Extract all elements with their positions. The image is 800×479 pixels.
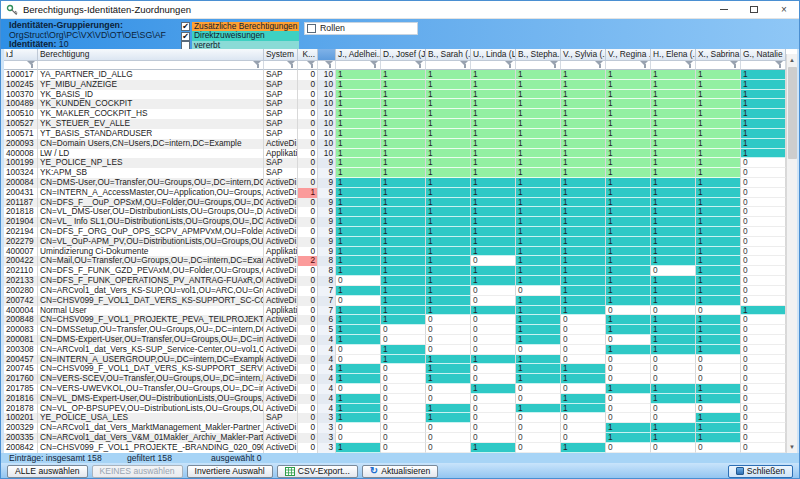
cell-assignment-direct-assignment: 1 (651, 325, 696, 335)
scroll-up-icon[interactable]: ▲ (787, 54, 797, 66)
filter-input[interactable] (606, 61, 651, 70)
table-row[interactable]: 100527YK_STEUER_EV_ALLESAP0101111111111 (4, 119, 797, 129)
table-row[interactable]: 200081CN=DMS-Expert-User,OU=Transfer,OU=… (4, 335, 797, 345)
close-icon[interactable]: × (769, 1, 799, 18)
scrollbar-thumb[interactable] (788, 67, 797, 159)
filter-input[interactable] (561, 61, 606, 70)
column-header-person-6[interactable]: V., Regina ... (606, 49, 651, 61)
table-row[interactable]: 202110CN=DFS_F_FUNK_GZD_PEVAxM,OU=Folder… (4, 266, 797, 276)
cell-assignment-via-role: 1 (651, 90, 696, 100)
table-row[interactable]: 200093CN=Domain Users,CN=Users,DC=intern… (4, 139, 797, 149)
close-dialog-button[interactable]: Schließen (728, 465, 793, 478)
table-row[interactable]: 200083CN=DMSSetup,OU=Transfer,OU=Groups,… (4, 325, 797, 335)
minimize-icon[interactable] (709, 1, 739, 18)
column-header-count-sorted[interactable] (318, 49, 336, 61)
table-row[interactable]: 201878CN=VL_OP-BPSUPEV,OU=DistributionLi… (4, 404, 797, 414)
table-row[interactable]: 200742CN=CHSV099_F_VOL1_DAT_VERS_KS-SUPP… (4, 296, 797, 306)
table-row[interactable]: 100489YK_KUNDEN_COCKPITSAP0101111111111 (4, 99, 797, 109)
table-row[interactable]: 202133CN=DFS_F_FUNK_OPERATIONS_PV_ANTRAG… (4, 276, 797, 286)
table-row[interactable]: 202194CN=DFS_F_ORG_OuP_OPS_SCPV_APMPVxM,… (4, 227, 797, 237)
table-row[interactable]: 201904CN=VL_ Info SL1,OU=DistributionLis… (4, 217, 797, 227)
column-header-person-1[interactable]: D., Josef (J... (381, 49, 426, 61)
table-row[interactable]: 200457CN=INTERN_A_USERGROUP,OU=,DC=inter… (4, 355, 797, 365)
cell-assignment-direct-assignment: 1 (741, 149, 786, 159)
invert-selection-button[interactable]: Invertiere Auswahl (187, 465, 273, 478)
column-header-person-3[interactable]: U., Linda (L... (471, 49, 516, 61)
column-header-berechtigung[interactable]: Berechtigung (38, 49, 264, 61)
table-row[interactable]: 400007Umindizierung Ci-DokumenteApplikat… (4, 247, 797, 257)
table-row[interactable]: 100510YK_MAKLER_COCKPIT_HSSAP01011111111… (4, 109, 797, 119)
cell-system: ActiveDi... (264, 276, 298, 286)
cell-assignment-direct-assignment: 1 (471, 276, 516, 286)
table-row[interactable]: 100245YF_MIBU_ANZEIGESAP0101111111111 (4, 80, 797, 90)
cell-assignment-via-role: 1 (606, 99, 651, 109)
filter-input[interactable] (38, 61, 264, 70)
column-header-person-0[interactable]: J., Adelhei... (336, 49, 381, 61)
maximize-icon[interactable] (739, 1, 769, 18)
filter-input[interactable] (696, 61, 741, 70)
table-row[interactable]: 201816CN=VL_DMS-Expert-User,OU=Distribut… (4, 394, 797, 404)
select-all-button[interactable]: ALLE auswählen (7, 465, 88, 478)
table-row[interactable]: 400008LW / LDApplikati...0101111111111 (4, 149, 797, 159)
filter-funnel-icon (685, 61, 694, 69)
table-row[interactable]: 200422CN=Mail,OU=Transfer,OU=Groups,OU=,… (4, 256, 797, 266)
table-row[interactable]: 200308CN=ARCvol1_dat_Vers_KS-SUP_Service… (4, 345, 797, 355)
filter-input[interactable] (741, 61, 786, 70)
filter-input[interactable] (298, 61, 318, 70)
filter-input[interactable] (318, 61, 336, 70)
table-row[interactable]: 100201YE_POLICE_USA_LESSAP031010000010 (4, 413, 797, 423)
filter-input[interactable] (4, 61, 38, 70)
table-row[interactable]: 200329CN=ARCvol1_dat_Vers_MarktManagemen… (4, 423, 797, 433)
csv-export-button[interactable]: CSV-Export... (277, 465, 358, 478)
table-row[interactable]: 100199YE_POLICE_NP_LESSAP091111111110 (4, 158, 797, 168)
checkbox-roles-extra[interactable]: ✔ (181, 22, 190, 31)
table-row[interactable]: 100571YT_BASIS_STANDARDUSERSAP0101111111… (4, 129, 797, 139)
table-row[interactable]: 201785CN=VERS-UWEVKOL,OU=Transfer,OU=Gro… (4, 384, 797, 394)
vertical-scrollbar[interactable]: ▲ ▼ (786, 54, 797, 453)
filter-input[interactable] (651, 61, 696, 70)
table-row[interactable]: 200745CN=CHSV099_F_VOL1_DAT_VERS_KS-SUPP… (4, 364, 797, 374)
column-header-person-5[interactable]: V., Sylvia (... (561, 49, 606, 61)
cell-assignment-via-role: 1 (696, 149, 741, 159)
column-header-person-8[interactable]: X., Sabrina ... (696, 49, 741, 61)
filter-input[interactable] (471, 61, 516, 70)
checkbox-direct-assignments[interactable]: ✔ (181, 32, 190, 41)
table-row[interactable]: 200848CN=CHSV099_F_VOL1_PROJEKTE_PEVA_TE… (4, 315, 797, 325)
cell-count: 8 (318, 256, 336, 266)
column-header-k[interactable]: K... (298, 49, 318, 61)
column-header-person-7[interactable]: H., Elena (... (651, 49, 696, 61)
filter-input[interactable] (381, 61, 426, 70)
rollen-checkbox[interactable] (307, 24, 316, 33)
rollen-filter-field[interactable]: Rollen (304, 22, 418, 35)
cell-assignment-via-role: 1 (561, 90, 606, 100)
column-header-system[interactable]: System (264, 49, 298, 61)
table-row[interactable]: 201760CN=VERS-SCEV,OU=Transfer,OU=Groups… (4, 374, 797, 384)
filter-input[interactable] (264, 61, 298, 70)
table-row[interactable]: 201818CN=VL_DMS-User,OU=DistributionList… (4, 207, 797, 217)
column-header-person-2[interactable]: B., Sarah (... (426, 49, 471, 61)
cell-berechtigung: CN=DMSSetup,OU=Transfer,OU=Groups,OU=,DC… (38, 325, 264, 335)
table-row[interactable]: 202279CN=VL_OuP-APM_PV,OU=DistributionLi… (4, 237, 797, 247)
filter-input[interactable] (426, 61, 471, 70)
table-row[interactable]: 200280CN=ARCvol1_dat_Vers_KS-SUP,OU=vol1… (4, 286, 797, 296)
filter-funnel-icon (307, 61, 316, 69)
cell-id: 201187 (4, 198, 38, 208)
table-row[interactable]: 201187CN=DFS_F__OuP_OPSxM,OU=Folder,OU=G… (4, 198, 797, 208)
cell-assignment-direct-assignment: 1 (561, 276, 606, 286)
table-row[interactable]: 200431CN=INTERN_A_AccessMaster,OU=Applic… (4, 188, 797, 198)
filter-input[interactable] (336, 61, 381, 70)
table-row[interactable]: 200335CN=ARCvol1_dat_Vers_V&M_01Makler_A… (4, 433, 797, 443)
cell-system: ActiveDi... (264, 355, 298, 365)
table-row[interactable]: 200842CN=CHSV099_F_VOL1_PROJEKTE_-BRANDI… (4, 443, 797, 453)
scroll-down-icon[interactable]: ▼ (787, 441, 797, 453)
table-row[interactable]: 100324YK:APM_SBSAP091111111110 (4, 168, 797, 178)
column-header-person-4[interactable]: B., Stepha... (516, 49, 561, 61)
table-row[interactable]: 400004Normal UserApplikati...07111111000… (4, 306, 797, 316)
cell-conflicts: 0 (298, 129, 318, 139)
table-row[interactable]: 100017YA_PARTNER_ID_ALLGSAP0101111111111 (4, 70, 797, 80)
filter-input[interactable] (516, 61, 561, 70)
refresh-button[interactable]: ↻ Aktualisieren (362, 465, 439, 478)
table-row[interactable]: 100370YK_BASIS_IDSAP0101111111111 (4, 90, 797, 100)
column-header-person-9[interactable]: G., Natalie ... (741, 49, 786, 61)
table-row[interactable]: 200084CN=DMS-User,OU=Transfer,OU=Groups,… (4, 178, 797, 188)
